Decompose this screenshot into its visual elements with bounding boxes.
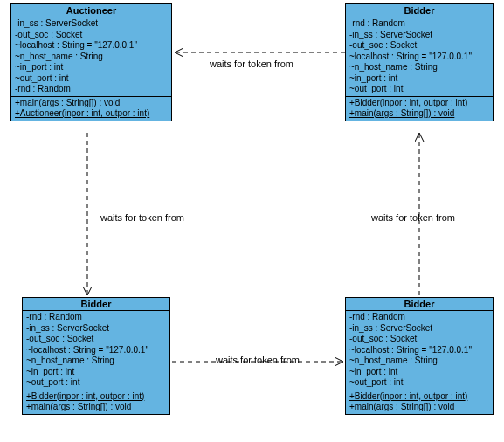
attr-row: ~localhost : String = "127.0.0.1" [349, 345, 489, 356]
op-row: +Bidder(inpor : int, outpor : int) [349, 98, 489, 109]
attr-row: ~localhost : String = "127.0.0.1" [15, 40, 168, 52]
attr-row: -rnd : Random [349, 18, 489, 30]
class-ops: +Bidder(inpor : int, outpor : int) +main… [23, 390, 169, 414]
attr-row: ~n_host_name : String [349, 62, 489, 73]
attr-row: ~out_port : int [15, 73, 168, 85]
class-ops: +Bidder(inpor : int, outpor : int) +main… [346, 390, 493, 414]
edge-label-right: waits for token from [371, 212, 455, 223]
attr-row: ~localhost : String = "127.0.0.1" [26, 345, 166, 356]
attr-row: -in_ss : ServerSocket [349, 30, 489, 41]
op-row: +main(args : String[]) : void [349, 402, 489, 413]
class-ops: +Bidder(inpor : int, outpor : int) +main… [346, 97, 493, 121]
class-name: Bidder [23, 298, 169, 311]
class-attrs: -rnd : Random -in_ss : ServerSocket -out… [346, 311, 493, 390]
op-row: +main(args : String[]) : void [26, 402, 166, 413]
class-name: Bidder [346, 4, 493, 17]
attr-row: -rnd : Random [26, 312, 166, 323]
edge-label-top: waits for token from [210, 59, 293, 69]
attr-row: -out_soc : Socket [26, 334, 166, 345]
attr-row: -out_soc : Socket [349, 40, 489, 52]
attr-row: ~in_port : int [349, 73, 489, 85]
class-attrs: -rnd : Random -in_ss : ServerSocket -out… [346, 17, 493, 97]
attr-row: ~n_host_name : String [26, 356, 166, 367]
op-row: +main(args : String[]) : void [15, 98, 168, 109]
attr-row: -in_ss : ServerSocket [26, 323, 166, 335]
class-bidder-top-right: Bidder -rnd : Random -in_ss : ServerSock… [345, 3, 494, 121]
attr-row: -in_ss : ServerSocket [349, 323, 489, 335]
attr-row: -out_soc : Socket [15, 30, 168, 41]
attr-row: ~out_port : int [26, 377, 166, 389]
op-row: +Auctioneer(inpor : int, outpor : int) [15, 108, 168, 120]
op-row: +main(args : String[]) : void [349, 108, 489, 120]
edge-label-left: waits for token from [100, 212, 184, 223]
edge-label-bottom: waits for token from [216, 355, 300, 365]
attr-row: ~in_port : int [15, 62, 168, 73]
class-attrs: -rnd : Random -in_ss : ServerSocket -out… [23, 311, 169, 390]
attr-row: -in_ss : ServerSocket [15, 18, 168, 30]
attr-row: ~localhost : String = "127.0.0.1" [349, 52, 489, 63]
attr-row: -rnd : Random [349, 312, 489, 323]
attr-row: ~out_port : int [349, 377, 489, 389]
class-auctioneer: Auctioneer -in_ss : ServerSocket -out_so… [10, 3, 172, 121]
attr-row: -rnd : Random [15, 84, 168, 95]
attr-row: ~out_port : int [349, 84, 489, 95]
attr-row: ~n_host_name : String [349, 356, 489, 367]
class-ops: +main(args : String[]) : void +Auctionee… [11, 97, 171, 121]
attr-row: ~in_port : int [26, 367, 166, 378]
class-bidder-bottom-right: Bidder -rnd : Random -in_ss : ServerSock… [345, 297, 494, 415]
class-attrs: -in_ss : ServerSocket -out_soc : Socket … [11, 17, 171, 97]
op-row: +Bidder(inpor : int, outpor : int) [26, 391, 166, 403]
class-bidder-bottom-left: Bidder -rnd : Random -in_ss : ServerSock… [22, 297, 170, 415]
class-name: Auctioneer [11, 4, 171, 17]
attr-row: ~n_host_name : String [15, 52, 168, 63]
attr-row: ~in_port : int [349, 367, 489, 378]
op-row: +Bidder(inpor : int, outpor : int) [349, 391, 489, 403]
class-name: Bidder [346, 298, 493, 311]
attr-row: -out_soc : Socket [349, 334, 489, 345]
